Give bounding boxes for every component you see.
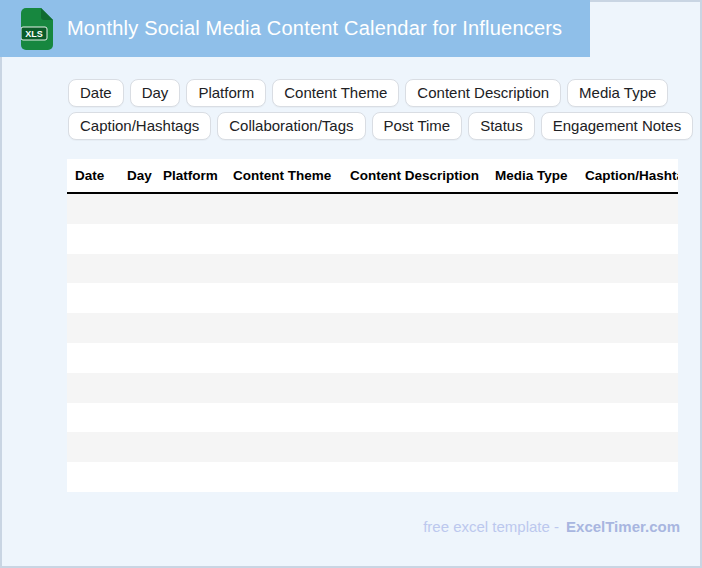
column-chip[interactable]: Engagement Notes [541,112,693,140]
column-header: Day [127,168,163,183]
chip-row-1: DateDayPlatformContent ThemeContent Desc… [68,79,688,107]
table-row [67,224,678,254]
footer-text: free excel template - [423,518,559,535]
column-chip[interactable]: Status [468,112,535,140]
column-chip[interactable]: Platform [186,79,266,107]
table-row [67,194,678,224]
column-header: Content Theme [233,168,350,183]
column-header: Date [75,168,127,183]
column-chip[interactable]: Collaboration/Tags [217,112,365,140]
column-chip[interactable]: Media Type [567,79,668,107]
column-chip[interactable]: Day [130,79,181,107]
column-header: Content Description [350,168,495,183]
table-row [67,403,678,433]
chip-row-2: Caption/HashtagsCollaboration/TagsPost T… [68,112,688,140]
table-header-row: DateDayPlatformContent ThemeContent Desc… [67,159,678,194]
column-chip[interactable]: Caption/Hashtags [68,112,211,140]
page-title: Monthly Social Media Content Calendar fo… [67,17,562,40]
table-row [67,343,678,373]
table-row [67,254,678,284]
column-chip[interactable]: Date [68,79,124,107]
xls-badge-label: XLS [25,29,43,39]
title-bar: XLS Monthly Social Media Content Calenda… [0,0,590,57]
spreadsheet-preview: DateDayPlatformContent ThemeContent Desc… [67,159,678,492]
column-chip-list: DateDayPlatformContent ThemeContent Desc… [68,79,688,145]
table-row [67,283,678,313]
page: XLS Monthly Social Media Content Calenda… [0,0,702,568]
column-chip[interactable]: Content Description [405,79,561,107]
table-body [67,194,678,492]
column-header: Caption/Hashtags [585,168,678,183]
table-row [67,432,678,462]
footer-credit: free excel template - ExcelTimer.com [423,518,680,535]
table-row [67,462,678,492]
column-header: Media Type [495,168,585,183]
column-chip[interactable]: Content Theme [272,79,399,107]
xls-file-icon: XLS [21,8,53,50]
table-row [67,373,678,403]
column-chip[interactable]: Post Time [372,112,463,140]
column-header: Platform [163,168,233,183]
table-row [67,313,678,343]
footer-brand-link[interactable]: ExcelTimer.com [566,518,680,535]
